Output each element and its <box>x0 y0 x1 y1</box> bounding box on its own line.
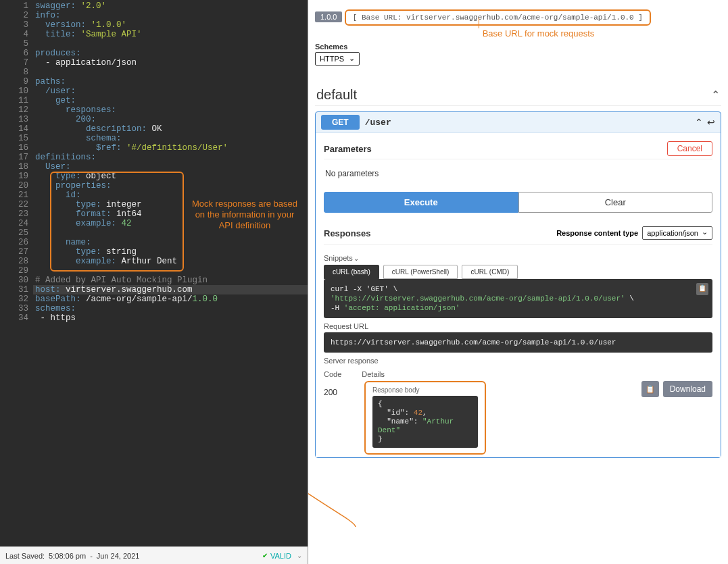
download-button[interactable]: Download <box>663 381 712 397</box>
line-gutter: 1234567891011121314151617181920212223242… <box>0 1 35 546</box>
responses-title: Responses <box>324 228 370 238</box>
schemes-select[interactable]: HTTPS <box>315 52 360 66</box>
api-version-badge: 1.0.0 <box>315 11 342 22</box>
curl-snippet: 📋 curl -X 'GET' \ 'https://virtserver.sw… <box>324 279 712 318</box>
annotation-text-definition: Mock responses are based on the informat… <box>187 199 302 231</box>
last-saved-date: Jun 24, 2021 <box>97 552 140 560</box>
http-method-badge: GET <box>321 115 360 130</box>
schemes-label: Schemes <box>315 43 721 51</box>
response-body-label: Response body <box>372 386 478 394</box>
snippet-tabs: cURL (bash) cURL (PowerShell) cURL (CMD) <box>324 265 712 279</box>
chevron-up-icon: ⌃ <box>711 88 720 101</box>
editor-pane: 1234567891011121314151617181920212223242… <box>0 0 308 564</box>
response-body-json: { "id": 42, "name": "Arthur Dent" } <box>372 396 478 448</box>
last-saved-label: Last Saved: <box>5 552 45 560</box>
base-url-box: [ Base URL: virtserver.swaggerhub.com/ac… <box>345 9 651 26</box>
undo-icon[interactable]: ↩ <box>707 117 715 128</box>
tag-name: default <box>316 87 357 103</box>
editor-statusbar: Last Saved: 5:08:06 pm - Jun 24, 2021 VA… <box>0 546 308 564</box>
copy-icon[interactable]: 📋 <box>696 283 708 295</box>
last-saved-time: 5:08:06 pm <box>49 552 86 560</box>
operation-header[interactable]: GET /user ⌃ ↩ <box>316 112 721 132</box>
annotation-box-response: Response body { "id": 42, "name": "Arthu… <box>364 381 486 455</box>
server-response-label: Server response <box>324 357 712 365</box>
request-url-value: https://virtserver.swaggerhub.com/acme-o… <box>324 332 712 353</box>
no-parameters-text: No parameters <box>324 159 712 188</box>
execute-button[interactable]: Execute <box>324 192 518 213</box>
code-editor[interactable]: 1234567891011121314151617181920212223242… <box>0 0 308 546</box>
operation-path: /user <box>365 118 391 128</box>
cancel-button[interactable]: Cancel <box>667 141 712 156</box>
tag-default[interactable]: default ⌃ <box>315 84 721 106</box>
tab-curl-cmd[interactable]: cURL (CMD) <box>462 265 518 279</box>
tab-curl-bash[interactable]: cURL (bash) <box>324 265 379 279</box>
operation-block-get-user: GET /user ⌃ ↩ Parameters Cancel No param… <box>315 111 721 458</box>
tab-curl-powershell[interactable]: cURL (PowerShell) <box>383 265 458 279</box>
code-column-header: Code <box>324 370 341 378</box>
copy-response-icon[interactable]: 📋 <box>641 381 659 397</box>
response-content-type-select[interactable]: application/json <box>642 226 712 240</box>
snippets-toggle[interactable]: Snippets <box>324 254 712 262</box>
request-url-label: Request URL <box>324 322 712 330</box>
parameters-title: Parameters <box>324 144 372 154</box>
response-content-type-label: Response content type <box>556 229 638 237</box>
swagger-ui-pane: 1.0.0 [ Base URL: virtserver.swaggerhub.… <box>308 0 728 564</box>
details-column-header: Details <box>362 370 385 378</box>
code-area[interactable]: swagger: '2.0'info: version: '1.0.0' tit… <box>35 1 308 546</box>
validation-status[interactable]: VALID <box>262 552 302 560</box>
operation-body: Parameters Cancel No parameters Execute … <box>316 132 721 457</box>
clear-button[interactable]: Clear <box>518 192 713 213</box>
response-status-code: 200 <box>324 381 351 397</box>
annotation-baseurl-caption: Base URL for mock requests <box>356 28 721 39</box>
chevron-up-icon[interactable]: ⌃ <box>695 117 703 128</box>
